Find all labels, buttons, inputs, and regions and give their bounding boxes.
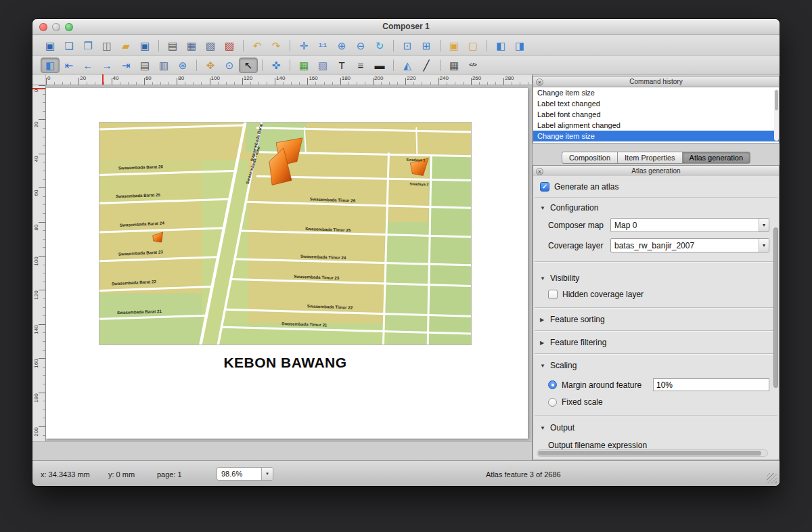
atlas-panel-close-button[interactable]: ✕ (536, 168, 543, 175)
generate-atlas-checkbox[interactable]: ✓ Generate an atlas (540, 182, 779, 192)
new-composer-button[interactable]: ❏ (60, 38, 78, 53)
tab-item-properties[interactable]: Item Properties (617, 152, 683, 164)
save-project-icon: ▣ (45, 41, 55, 51)
map-title-label[interactable]: KEBON BAWANG (99, 355, 472, 371)
history-item[interactable]: Label alignment changed (533, 120, 779, 131)
save-as-button[interactable]: ▣ (135, 38, 154, 53)
coverage-layer-dropdown[interactable]: batas_rw_banjir_2007 ▾ (610, 238, 769, 252)
window-titlebar[interactable]: Composer 1 (32, 19, 780, 35)
zoom-out-button[interactable]: ⊖ (351, 38, 370, 53)
zoom-dropdown-arrow-icon[interactable]: ▾ (261, 468, 273, 480)
add-html-frame-button[interactable]: </> (464, 58, 482, 73)
print-button[interactable]: ▤ (163, 38, 182, 53)
zoom-in-button[interactable]: ⊕ (332, 38, 351, 53)
margin-around-feature-radio[interactable]: Margin around feature (548, 378, 769, 391)
pan-tool-button[interactable]: ✥ (201, 58, 220, 73)
history-item[interactable]: Change item size (533, 87, 779, 98)
zoom-combobox[interactable]: 98.6% ▾ (217, 467, 273, 481)
tab-composition[interactable]: Composition (562, 152, 618, 164)
window-zoom-button[interactable] (65, 23, 73, 31)
section-feature-sorting[interactable]: ▶ Feature sorting (540, 315, 779, 324)
hidden-coverage-checkbox[interactable]: Hidden coverage layer (548, 290, 779, 299)
ruler-number: 260 (471, 75, 481, 81)
duplicate-composer-button[interactable]: ❐ (78, 38, 97, 53)
add-arrow-button[interactable]: ╱ (417, 58, 436, 73)
export-atlas-button[interactable]: ▥ (154, 58, 173, 73)
atlas-panel-title: Atlas generation (533, 166, 779, 176)
history-item[interactable]: Change item size (533, 131, 779, 141)
select-move-item-tool-button[interactable]: ↖ (239, 58, 258, 73)
export-svg-button[interactable]: ▧ (201, 38, 220, 53)
tab-atlas-generation[interactable]: Atlas generation (682, 152, 751, 164)
visibility-label: Visibility (550, 273, 579, 283)
resize-grip[interactable] (767, 473, 777, 483)
save-as-icon: ▣ (140, 41, 150, 51)
add-scalebar-button[interactable]: ▬ (370, 58, 389, 73)
add-attribute-table-button[interactable]: ▦ (445, 58, 464, 73)
preview-atlas-button[interactable]: ◧ (41, 58, 60, 73)
atlas-panel-header[interactable]: ✕ Atlas generation (533, 165, 780, 177)
lock-selected-items-button[interactable]: ▣ (445, 38, 464, 53)
redo-button[interactable]: ↷ (267, 38, 286, 53)
add-basic-shape-button[interactable]: ◭ (398, 58, 417, 73)
window-close-button[interactable] (39, 23, 47, 31)
add-label-icon: T (338, 60, 344, 70)
panel-vertical-scrollbar[interactable] (773, 179, 779, 447)
panel-horizontal-scrollbar[interactable] (537, 449, 768, 457)
save-project-button[interactable]: ▣ (41, 38, 60, 53)
composer-manager-button[interactable]: ◫ (97, 38, 116, 53)
composer-map-dropdown[interactable]: Map 0 ▾ (610, 218, 769, 232)
scrollbar-thumb[interactable] (538, 451, 761, 456)
zoom-tool-button[interactable]: ⊙ (220, 58, 239, 73)
ungroup-items-button[interactable]: ◨ (510, 38, 529, 53)
refresh-view-button[interactable]: ↻ (370, 38, 389, 53)
margin-size-input[interactable] (653, 378, 769, 391)
window-minimize-button[interactable] (52, 23, 60, 31)
open-folder-icon: ▰ (122, 41, 130, 51)
history-item[interactable]: Label text changed (533, 98, 779, 109)
command-history-close-button[interactable]: ✕ (536, 79, 543, 86)
ruler-number: 140 (275, 75, 285, 81)
map-item[interactable]: Swasembada Barat 26Swasembada Barat 25Sw… (99, 122, 472, 345)
scrollbar-thumb[interactable] (773, 227, 778, 388)
section-scaling[interactable]: ▼ Scaling (540, 361, 779, 370)
previous-feature-button[interactable]: ← (78, 58, 97, 73)
add-attribute-table-icon: ▦ (449, 60, 459, 70)
next-feature-button[interactable]: → (97, 58, 116, 73)
section-visibility[interactable]: ▼ Visibility (540, 273, 779, 283)
group-items-button[interactable]: ◧ (491, 38, 510, 53)
dropdown-arrow-icon: ▾ (759, 239, 769, 252)
undo-button[interactable]: ↶ (248, 38, 267, 53)
export-pdf-button[interactable]: ▨ (220, 38, 239, 53)
add-label-button[interactable]: T (332, 58, 351, 73)
ruler-number: 60 (144, 75, 152, 81)
command-history-header[interactable]: ✕ Command history (533, 76, 780, 87)
add-image-button[interactable]: ▧ (313, 58, 332, 73)
print-atlas-button[interactable]: ▤ (135, 58, 154, 73)
unlock-all-items-button[interactable]: ▢ (464, 38, 482, 53)
redo-icon: ↷ (272, 41, 281, 51)
snap-to-grid-button[interactable]: ⊡ (398, 38, 417, 53)
section-configuration[interactable]: ▼ Configuration (540, 203, 779, 213)
zoom-actual-size-button[interactable]: 1:1 (313, 38, 332, 53)
add-legend-button[interactable]: ≡ (351, 58, 370, 73)
composition-page[interactable]: Swasembada Barat 26Swasembada Barat 25Sw… (46, 88, 528, 439)
fixed-scale-radio[interactable]: Fixed scale (548, 397, 769, 407)
atlas-settings-button[interactable]: ⊛ (173, 58, 192, 73)
first-feature-button[interactable]: ⇤ (60, 58, 78, 73)
history-item[interactable]: Label font changed (533, 109, 779, 120)
atlas-settings-icon: ⊛ (179, 60, 187, 70)
add-new-map-button[interactable]: ▦ (294, 58, 313, 73)
section-output[interactable]: ▼ Output (540, 423, 779, 433)
disclosure-collapsed-icon: ▶ (540, 340, 546, 346)
last-feature-button[interactable]: ⇥ (116, 58, 135, 73)
atlas-item-toolbar: ◧⇤←→⇥▤▥⊛✥⊙↖✜▦▧T≡▬◭╱▦</> (32, 56, 780, 74)
export-image-button[interactable]: ▦ (182, 38, 201, 53)
open-folder-button[interactable]: ▰ (116, 38, 135, 53)
snap-to-guides-button[interactable]: ⊞ (417, 38, 436, 53)
move-item-content-tool-button[interactable]: ✜ (267, 58, 286, 73)
section-feature-filtering[interactable]: ▶ Feature filtering (540, 338, 779, 347)
composition-canvas[interactable]: 020406080100120140160180200 (32, 85, 532, 441)
zoom-full-button[interactable]: ✛ (294, 38, 313, 53)
history-scrollbar[interactable] (774, 89, 779, 141)
